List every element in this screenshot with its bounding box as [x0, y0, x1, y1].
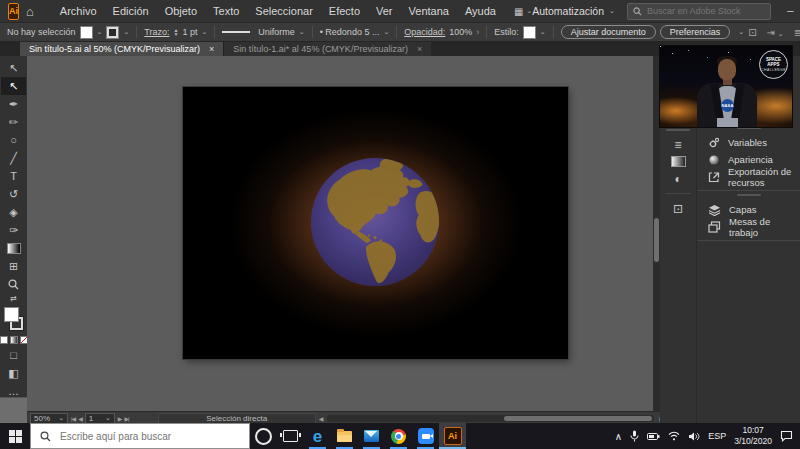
preferences-button[interactable]: Preferencias — [660, 25, 731, 39]
artboard[interactable] — [183, 87, 568, 359]
close-tab-icon[interactable]: × — [209, 44, 214, 54]
battery-icon[interactable] — [647, 432, 660, 441]
arrange-icon[interactable]: ⇥ ⌄ — [767, 27, 784, 38]
menu-archivo[interactable]: Archivo — [52, 5, 105, 17]
chevron-down-icon[interactable]: ⌄ — [97, 28, 103, 36]
ellipse-tool[interactable]: ○ — [1, 131, 26, 149]
illustrator-app-icon[interactable]: Ai — [8, 3, 19, 20]
gradient-chip[interactable] — [10, 336, 18, 344]
gradient-tool[interactable] — [1, 239, 26, 257]
selection-tool[interactable]: ↖ — [1, 59, 26, 77]
stock-search-input[interactable] — [645, 5, 765, 17]
blob-brush-tool[interactable]: ✑ — [1, 221, 26, 239]
opacity-value[interactable]: 100% — [449, 27, 472, 37]
pasteboard[interactable] — [27, 56, 653, 411]
panel-list-icon[interactable]: ≣ — [794, 27, 800, 38]
mail-button[interactable] — [358, 423, 385, 449]
task-view-button[interactable] — [277, 423, 304, 449]
draw-mode-button[interactable]: □ — [1, 346, 26, 364]
menu-ver[interactable]: Ver — [368, 5, 401, 17]
previous-artboard-button[interactable]: ◀ — [78, 415, 82, 422]
tab-sin-titulo-5[interactable]: Sin título-5.ai al 50% (CMYK/Previsualiz… — [20, 42, 223, 56]
next-artboard-button[interactable]: ▶ — [118, 415, 122, 422]
vertical-scrollbar-thumb[interactable] — [654, 218, 659, 262]
curvature-tool[interactable]: ✏ — [1, 113, 26, 131]
home-icon[interactable]: ⌂ — [26, 4, 34, 19]
symbols-panel-icon[interactable]: ⊡ — [665, 200, 691, 217]
fill-swatch[interactable] — [4, 307, 19, 322]
chevron-down-icon[interactable]: ⌄ — [738, 28, 744, 36]
chevron-down-icon[interactable]: ⌄ — [201, 28, 207, 36]
chevron-down-icon[interactable]: ⌄ — [123, 28, 129, 36]
menu-ayuda[interactable]: Ayuda — [457, 5, 504, 17]
zoom-tool[interactable] — [1, 275, 26, 293]
fill-color-swatch[interactable] — [80, 26, 93, 39]
menu-efecto[interactable]: Efecto — [321, 5, 368, 17]
action-center-icon[interactable] — [780, 430, 793, 442]
cortana-button[interactable] — [250, 423, 277, 449]
stroke-color-swatch[interactable] — [106, 26, 119, 39]
opacity-panel-link[interactable]: Opacidad: — [404, 27, 445, 37]
drag-handle[interactable] — [737, 194, 761, 196]
artboard-tool[interactable]: ⊞ — [1, 257, 26, 275]
speaker-icon[interactable] — [688, 431, 700, 442]
panel-mesas-de-trabajo[interactable]: Mesas de trabajo — [697, 218, 800, 235]
tab-sin-titulo-1[interactable]: Sin título-1.ai* al 45% (CMYK/Previsuali… — [223, 42, 431, 56]
taskbar-search-input[interactable] — [58, 430, 240, 443]
stroke-weight-value[interactable]: 1 pt — [182, 27, 197, 37]
chevron-down-icon[interactable]: ⌄ — [540, 28, 546, 36]
touch-workspace-icon[interactable]: ⊡ — [748, 27, 756, 38]
status-tool-display[interactable]: Selección directa — [158, 413, 316, 424]
taskbar-search-box[interactable] — [30, 423, 250, 449]
tray-expand-icon[interactable]: ∧ — [615, 431, 622, 442]
microphone-icon[interactable] — [630, 430, 639, 442]
first-artboard-button[interactable]: |◀ — [71, 415, 75, 422]
transparency-panel-icon[interactable]: ◐ — [665, 170, 691, 187]
chevron-down-icon[interactable]: ⌄ — [299, 28, 305, 36]
illustrator-taskbar-button[interactable]: Ai — [439, 423, 466, 449]
minimize-button[interactable]: ─ — [783, 4, 798, 18]
fit-document-button[interactable]: Ajustar documento — [561, 25, 656, 39]
drag-handle[interactable] — [666, 129, 690, 131]
expander-icon[interactable]: › — [476, 27, 479, 37]
gradient-panel-icon[interactable] — [665, 153, 691, 170]
pen-tool[interactable]: ✒ — [1, 95, 26, 113]
close-tab-icon[interactable]: × — [417, 44, 422, 54]
chevron-down-icon[interactable]: ⌄ — [383, 28, 389, 36]
color-chip[interactable] — [0, 336, 8, 344]
chrome-button[interactable] — [385, 423, 412, 449]
scroll-left-arrow[interactable]: ◀ — [319, 415, 323, 422]
paintbrush-tool[interactable]: ╱ — [1, 149, 26, 167]
stroke-panel-icon[interactable]: ≡ — [665, 136, 691, 153]
rotate-tool[interactable]: ↺ — [1, 185, 26, 203]
menu-texto[interactable]: Texto — [205, 5, 247, 17]
type-tool[interactable]: T — [1, 167, 26, 185]
style-swatch[interactable] — [523, 26, 536, 39]
panel-variables[interactable]: Variables — [697, 134, 800, 151]
screen-mode-button[interactable]: ◧ — [1, 364, 26, 382]
taskbar-clock[interactable]: 10:07 3/10/2020 — [734, 425, 772, 446]
stroke-panel-link[interactable]: Trazo: — [144, 27, 169, 37]
panel-exportacion[interactable]: Exportación de recursos — [697, 168, 800, 185]
horizontal-scrollbar-thumb[interactable] — [504, 416, 652, 421]
direct-selection-tool[interactable]: ↖ — [1, 77, 26, 95]
menu-edicion[interactable]: Edición — [105, 5, 157, 17]
fill-stroke-swatches[interactable] — [4, 307, 24, 331]
stroke-weight-stepper[interactable]: ▲▼ — [173, 28, 178, 36]
horizontal-scrollbar[interactable] — [327, 415, 654, 422]
adobe-stock-search[interactable] — [627, 3, 771, 20]
language-indicator[interactable]: ESP — [708, 431, 726, 441]
artboard-number-field[interactable]: 1 ⌄ — [85, 413, 115, 424]
start-button[interactable] — [0, 423, 30, 449]
file-explorer-button[interactable] — [331, 423, 358, 449]
swap-fill-stroke[interactable]: ⇄ — [1, 293, 26, 304]
menu-ventana[interactable]: Ventana — [401, 5, 457, 17]
wifi-icon[interactable] — [668, 431, 680, 441]
zoom-app-button[interactable] — [412, 423, 439, 449]
brush-definition-value[interactable]: • Redondo 5 ... — [320, 27, 380, 37]
menu-objeto[interactable]: Objeto — [157, 5, 205, 17]
edge-button[interactable]: e — [304, 423, 331, 449]
menu-seleccionar[interactable]: Seleccionar — [247, 5, 320, 17]
width-profile-value[interactable]: Uniforme — [258, 27, 295, 37]
arrange-documents-icon[interactable]: ▦ ⌄ — [514, 6, 532, 17]
